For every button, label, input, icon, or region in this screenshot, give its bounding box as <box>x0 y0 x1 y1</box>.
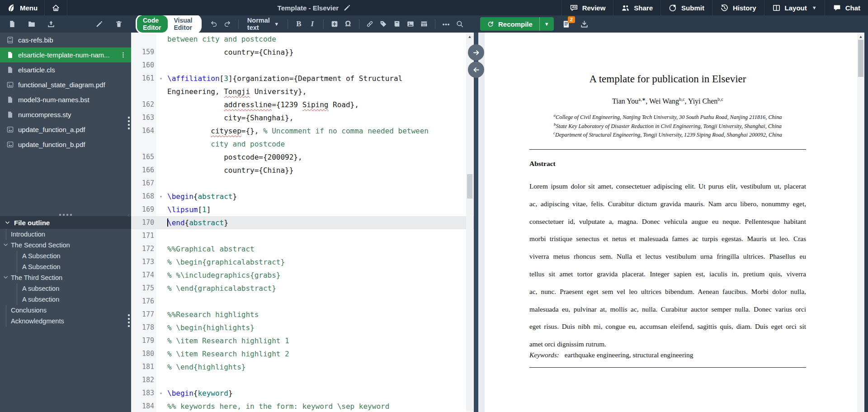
file-item[interactable]: model3-num-names.bst <box>0 92 131 107</box>
file-outline-header[interactable]: File outline <box>0 216 131 229</box>
pdf-scroll-up-icon[interactable]: ▲ <box>857 33 864 39</box>
file-item[interactable]: update_function_b.pdf <box>0 137 131 152</box>
code-line[interactable]: 176 <box>131 295 474 308</box>
editor-scrollbar[interactable]: ▲ <box>466 33 473 412</box>
scroll-up-icon[interactable]: ▲ <box>466 33 473 39</box>
pdf-scrollbar[interactable]: ▲ <box>857 33 864 412</box>
home-button[interactable] <box>45 0 67 15</box>
code-line[interactable]: 169\lipsum[1] <box>131 203 474 216</box>
outline-item[interactable]: Conclusions <box>0 305 131 316</box>
pane-divider[interactable] <box>474 33 478 412</box>
code-line[interactable]: 174% %\includegraphics{grabs} <box>131 269 474 282</box>
visual-editor-tab[interactable]: Visual Editor <box>168 15 200 33</box>
code-line[interactable]: 172%%Graphical abstract <box>131 242 474 256</box>
code-line[interactable]: 171 <box>131 229 474 242</box>
editor-mode-toggle[interactable]: Code Editor Visual Editor <box>136 14 202 34</box>
header-button-share[interactable]: Share <box>613 0 660 15</box>
insert-figure-button[interactable] <box>405 18 416 30</box>
sync-to-pdf-button[interactable] <box>468 44 484 61</box>
insert-citation-button[interactable] <box>391 18 403 30</box>
header-button-submit[interactable]: Submit <box>660 0 712 15</box>
file-item-selected[interactable]: elsarticle-template-num-nam... <box>0 47 131 62</box>
undo-button[interactable] <box>208 18 220 30</box>
code-line[interactable]: Engineering, Tongji University}, <box>131 85 474 98</box>
recompile-options-button[interactable]: ▼ <box>539 17 554 31</box>
outline-item[interactable]: A subsection <box>0 283 131 294</box>
sidebar-resize-handle[interactable] <box>128 117 130 129</box>
code-line[interactable]: 178% \begin{highlights} <box>131 321 474 334</box>
new-folder-button[interactable] <box>26 18 38 30</box>
code-line[interactable]: city and postcode <box>131 137 474 151</box>
code-line[interactable]: 162 addressline={1239 Siping Road}, <box>131 98 474 111</box>
header-button-layout[interactable]: Layout▼ <box>764 0 825 15</box>
bold-button[interactable]: B <box>293 18 305 30</box>
outline-item[interactable]: The Second Section <box>0 240 131 251</box>
fold-arrow-icon[interactable]: ▾ <box>156 190 165 203</box>
fold-arrow-icon[interactable]: ▾ <box>156 72 165 85</box>
code-line[interactable]: 161▾\affiliation[3]{organization={Depart… <box>131 72 474 85</box>
file-item[interactable]: elsarticle.cls <box>0 62 131 77</box>
new-file-button[interactable] <box>6 18 18 30</box>
chevron-down-icon[interactable] <box>3 275 9 280</box>
code-line[interactable]: 166 country={China}} <box>131 164 474 177</box>
pdf-scrollbar-thumb[interactable] <box>858 40 863 77</box>
chevron-down-icon[interactable] <box>3 242 9 248</box>
header-button-history[interactable]: History <box>712 0 764 15</box>
rename-button[interactable] <box>94 18 105 30</box>
outline-edge-handle[interactable] <box>128 314 130 327</box>
code-line[interactable]: 168▾\begin{abstract} <box>131 190 474 203</box>
insert-label-button[interactable] <box>377 18 389 30</box>
code-line[interactable]: 182 <box>131 374 474 387</box>
sync-to-code-button[interactable] <box>468 62 484 78</box>
code-line[interactable]: 179% \item Research highlight 1 <box>131 334 474 347</box>
code-line[interactable]: between city and postcode <box>131 33 474 46</box>
paragraph-style-dropdown[interactable]: Normal text▼ <box>244 17 283 31</box>
code-line[interactable]: 177%%Research highlights <box>131 308 474 321</box>
file-item[interactable]: cas-refs.bib <box>0 33 131 47</box>
header-button-review[interactable]: AbReview <box>561 0 613 15</box>
code-line[interactable]: 184%% keywords here, in the form: keywor… <box>131 400 474 412</box>
fold-arrow-icon[interactable]: ▾ <box>156 387 165 400</box>
code-line[interactable]: 164 citysep={}, % Uncomment if no comma … <box>131 124 474 137</box>
code-line[interactable]: 167 <box>131 177 474 190</box>
upload-button[interactable] <box>45 18 57 30</box>
sidebar-collapse-chevron[interactable]: ‹ <box>127 211 130 218</box>
code-line[interactable]: 175% \end{graphicalabstract} <box>131 282 474 295</box>
header-button-chat[interactable]: Chat <box>825 0 868 15</box>
code-line[interactable]: 159 country={China}} <box>131 46 474 59</box>
recompile-button[interactable]: Recompile <box>480 17 539 31</box>
delete-button[interactable] <box>113 18 125 30</box>
code-line[interactable]: 170\end{abstract} <box>131 216 474 229</box>
outline-item[interactable]: A subsection <box>0 294 131 305</box>
code-editor[interactable]: between city and postcode159 country={Ch… <box>131 33 474 412</box>
outline-item[interactable]: A Subsection <box>0 251 131 261</box>
code-line[interactable]: 160 <box>131 59 474 72</box>
insert-symbol-button[interactable]: Ω <box>342 18 354 30</box>
more-tools-button[interactable]: ••• <box>440 18 452 30</box>
outline-item[interactable]: Introduction <box>0 229 131 240</box>
code-line[interactable]: 181% \end{highlights} <box>131 360 474 374</box>
outline-item[interactable]: The Third Section <box>0 272 131 283</box>
code-line[interactable]: 183▾\begin{keyword} <box>131 387 474 400</box>
outline-item[interactable]: A Subsection <box>0 261 131 272</box>
redo-button[interactable] <box>222 18 233 30</box>
insert-table-button[interactable] <box>418 18 430 30</box>
insert-math-button[interactable] <box>329 18 340 30</box>
code-line[interactable]: 173% \begin{graphicalabstract} <box>131 256 474 269</box>
outline-item[interactable]: Acknowledgments <box>0 316 131 327</box>
file-item[interactable]: functional_state_diagram.pdf <box>0 77 131 92</box>
italic-button[interactable]: I <box>307 18 318 30</box>
outline-resize-handle[interactable] <box>59 214 72 216</box>
file-item[interactable]: update_function_a.pdf <box>0 122 131 137</box>
logs-button[interactable]: 2 <box>562 20 571 28</box>
editor-scrollbar-thumb[interactable] <box>467 174 472 199</box>
file-item[interactable]: numcompress.sty <box>0 107 131 122</box>
download-pdf-button[interactable] <box>579 18 590 30</box>
code-line[interactable]: 165 postcode={200092}, <box>131 151 474 164</box>
code-line[interactable]: 180% \item Research highlight 2 <box>131 347 474 360</box>
code-line[interactable]: 163 city={Shanghai}, <box>131 111 474 124</box>
insert-link-button[interactable] <box>364 18 376 30</box>
menu-button[interactable]: Menu <box>0 0 45 15</box>
file-menu-kebab-icon[interactable] <box>120 52 127 58</box>
search-button[interactable] <box>454 18 466 30</box>
